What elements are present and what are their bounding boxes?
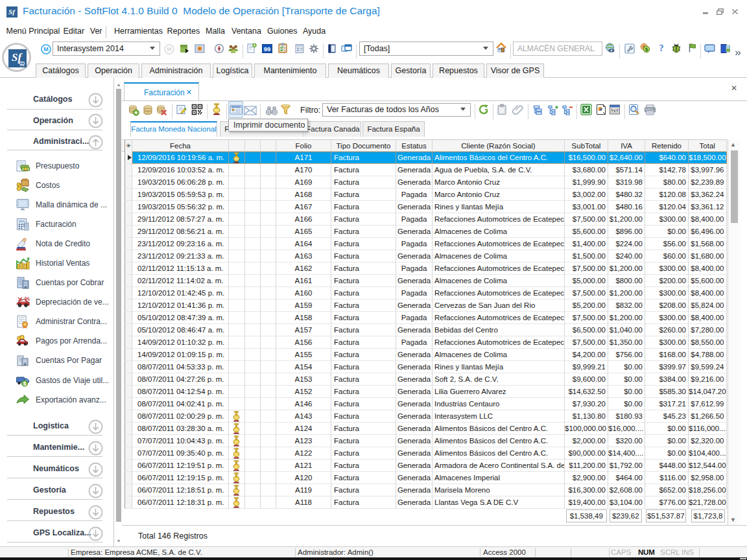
svg-text:M: M (167, 46, 172, 52)
svg-text:$: $ (23, 380, 27, 387)
svg-text:Sf: Sf (8, 8, 16, 16)
svg-text:M: M (43, 46, 49, 52)
svg-text:99: 99 (264, 45, 271, 52)
svg-text:?: ? (659, 43, 664, 53)
svg-text:%: % (25, 296, 30, 302)
svg-text:TXT: TXT (611, 109, 619, 113)
